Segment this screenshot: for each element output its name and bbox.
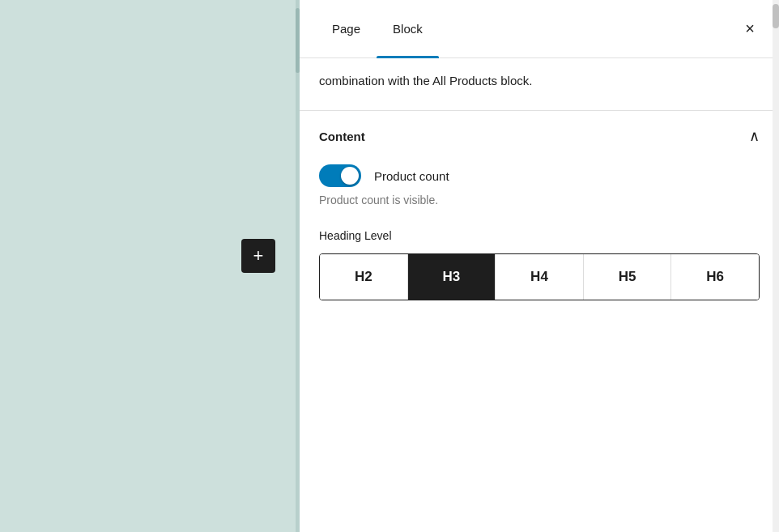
tab-block-label: Block <box>393 22 423 36</box>
section-title: Content <box>319 130 365 143</box>
heading-level-buttons: H2 H3 H4 H5 H6 <box>319 253 760 300</box>
heading-h2-button[interactable]: H2 <box>320 254 408 300</box>
heading-h3-button[interactable]: H3 <box>408 254 496 300</box>
heading-h6-button[interactable]: H6 <box>671 254 759 300</box>
heading-h3-label: H3 <box>443 269 461 285</box>
tab-page[interactable]: Page <box>316 0 377 58</box>
section-header: Content ∧ <box>319 127 760 145</box>
plus-icon: + <box>253 247 264 265</box>
tab-bar: Page Block × <box>300 0 779 58</box>
product-count-toggle-row: Product count <box>319 164 760 187</box>
content-section: Content ∧ Product count Product count is… <box>300 111 779 532</box>
editor-canvas: + <box>0 0 300 532</box>
heading-h2-label: H2 <box>355 269 372 285</box>
right-scrollbar <box>773 0 779 532</box>
close-button[interactable]: × <box>737 16 763 42</box>
heading-h4-button[interactable]: H4 <box>496 254 584 300</box>
toggle-knob <box>341 167 359 185</box>
product-count-label: Product count <box>374 169 449 183</box>
chevron-up-icon[interactable]: ∧ <box>749 127 760 145</box>
heading-h5-button[interactable]: H5 <box>584 254 672 300</box>
description-section: combination with the All Products block. <box>300 58 779 111</box>
product-count-description: Product count is visible. <box>319 194 760 206</box>
heading-h5-label: H5 <box>619 269 636 285</box>
block-settings-panel: Page Block × combination with the All Pr… <box>300 0 779 532</box>
heading-h4-label: H4 <box>530 269 548 285</box>
tab-block[interactable]: Block <box>377 0 439 58</box>
description-text: combination with the All Products block. <box>319 71 760 91</box>
tab-page-label: Page <box>332 22 360 36</box>
heading-h6-label: H6 <box>706 269 724 285</box>
product-count-toggle[interactable] <box>319 164 361 187</box>
add-block-button[interactable]: + <box>241 239 275 273</box>
heading-level-label: Heading Level <box>319 229 760 242</box>
close-icon: × <box>745 19 755 38</box>
right-scrollbar-thumb <box>773 4 779 28</box>
